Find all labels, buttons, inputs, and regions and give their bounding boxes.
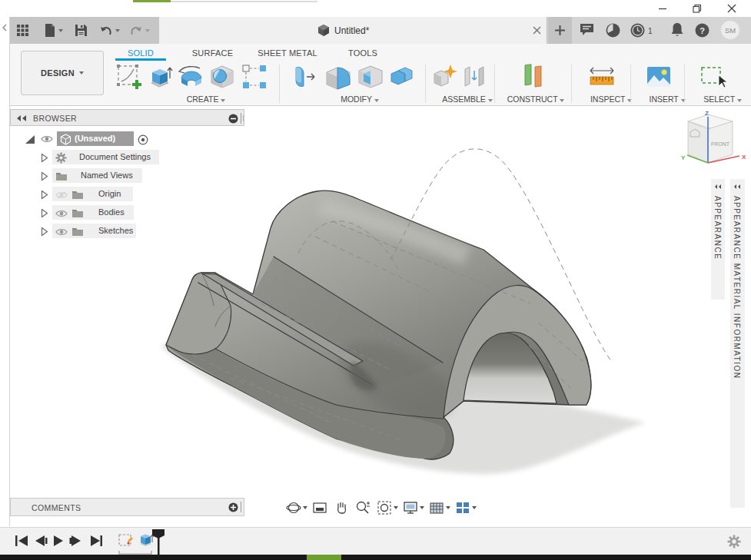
window-close-button[interactable] — [719, 0, 744, 16]
expand-arrow-icon[interactable] — [41, 227, 48, 237]
left-edge-rail — [0, 17, 10, 526]
viewports-icon[interactable] — [455, 500, 470, 515]
browser-panel: BROWSER (Unsaved) Document SettingsNamed… — [10, 109, 244, 126]
display-caret-icon[interactable] — [420, 506, 424, 509]
expand-root-icon[interactable] — [25, 134, 35, 144]
skip-start-icon[interactable] — [15, 535, 28, 546]
model-viewport[interactable] — [0, 0, 751, 560]
look-at-icon[interactable] — [312, 500, 327, 515]
play-icon[interactable] — [54, 535, 63, 546]
comments-title: COMMENTS — [32, 503, 81, 512]
timeline-position-marker[interactable] — [151, 529, 168, 555]
material-collapse-icon — [733, 184, 741, 190]
folder-icon — [71, 227, 84, 237]
visibility-eye-icon[interactable] — [55, 227, 68, 237]
view-cube[interactable]: FRONT Z X Y — [676, 108, 751, 173]
comments-panel[interactable]: COMMENTS — [10, 498, 244, 516]
tree-row-bodies[interactable]: Bodies — [10, 207, 244, 222]
title-accent-line — [171, 1, 317, 2]
tree-row-named-views[interactable]: Named Views — [10, 170, 244, 185]
viewcube-front-label: FRONT — [711, 141, 730, 147]
tree-row-sketches[interactable]: Sketches — [10, 225, 244, 240]
tree-row-origin[interactable]: Origin — [10, 188, 244, 204]
visibility-eye-icon[interactable] — [55, 209, 68, 218]
expand-arrow-icon[interactable] — [41, 171, 48, 181]
timeline-sketch-feature[interactable] — [119, 535, 133, 545]
settings-gear-icon — [55, 152, 67, 164]
maximize-icon — [693, 4, 702, 13]
taskbar-accent-green — [307, 555, 341, 560]
view-navigation-toolbar — [286, 499, 477, 517]
expand-arrow-icon[interactable] — [41, 190, 48, 200]
timeline-group-bracket — [119, 551, 151, 554]
fusion-360-window: Untitled* 1 ? SM DESIGN SOLID SUR — [0, 0, 751, 560]
taskbar-strip — [0, 555, 751, 560]
collapse-panel-icon[interactable] — [16, 114, 28, 122]
material-info-panel-tab[interactable]: APPEARANCE MATERIAL INFORMATION — [730, 179, 745, 508]
panel-drag-handle[interactable] — [241, 113, 241, 124]
fit-caret-icon[interactable] — [394, 506, 398, 509]
minimize-icon — [658, 4, 667, 13]
viewports-caret-icon[interactable] — [472, 506, 477, 509]
zoom-icon[interactable] — [355, 500, 371, 515]
window-title-bar — [0, 0, 751, 17]
visibility-eye-icon[interactable] — [41, 134, 53, 144]
folder-icon — [71, 208, 84, 218]
orbit-icon[interactable] — [286, 500, 301, 515]
root-cube-icon — [60, 134, 71, 145]
comments-drag-handle[interactable] — [241, 502, 241, 512]
tree-row-root[interactable]: (Unsaved) — [10, 133, 244, 148]
visibility-eye-off-icon[interactable] — [55, 191, 68, 200]
timeline-playback — [15, 534, 108, 548]
panel-drag-handle2 — [243, 115, 244, 121]
expand-arrow-icon[interactable] — [41, 153, 48, 163]
title-accent-green — [133, 0, 171, 2]
browser-title: BROWSER — [33, 114, 77, 123]
pan-icon[interactable] — [334, 500, 349, 515]
window-maximize-button[interactable] — [685, 0, 709, 16]
folder-icon — [55, 171, 68, 181]
add-comment-icon[interactable] — [228, 502, 238, 512]
step-back-icon[interactable] — [35, 535, 48, 546]
timeline-bar — [0, 527, 751, 555]
viewcube-z-label: Z — [705, 110, 709, 117]
browser-display-icon[interactable] — [228, 114, 238, 124]
material-tab-label: APPEARANCE MATERIAL INFORMATION — [733, 196, 741, 379]
window-minimize-button[interactable] — [650, 0, 675, 16]
skip-end-icon[interactable] — [91, 535, 102, 546]
folder-icon — [71, 190, 84, 200]
viewcube-x-label: X — [742, 154, 746, 161]
display-settings-icon[interactable] — [403, 500, 418, 515]
root-label: (Unsaved) — [75, 134, 115, 143]
appearance-tab-label: APPEARANCE — [713, 196, 722, 260]
grid-caret-icon[interactable] — [446, 506, 450, 509]
collapse-left-icon[interactable] — [1, 23, 8, 32]
browser-header[interactable]: BROWSER — [10, 109, 244, 126]
viewcube-y-label: Y — [681, 154, 686, 161]
tree-row-document-settings[interactable]: Document Settings — [10, 151, 244, 167]
close-icon — [727, 4, 736, 13]
appearance-collapse-icon — [714, 184, 722, 190]
orbit-caret-icon[interactable] — [303, 506, 307, 509]
grid-icon[interactable] — [429, 500, 444, 515]
activate-radio-icon[interactable] — [138, 134, 148, 145]
appearance-panel-tab[interactable]: APPEARANCE — [711, 179, 725, 300]
expand-arrow-icon[interactable] — [41, 208, 48, 218]
step-forward-icon[interactable] — [70, 535, 81, 546]
timeline-settings-gear-icon[interactable] — [727, 535, 741, 548]
fit-icon[interactable] — [377, 500, 392, 515]
